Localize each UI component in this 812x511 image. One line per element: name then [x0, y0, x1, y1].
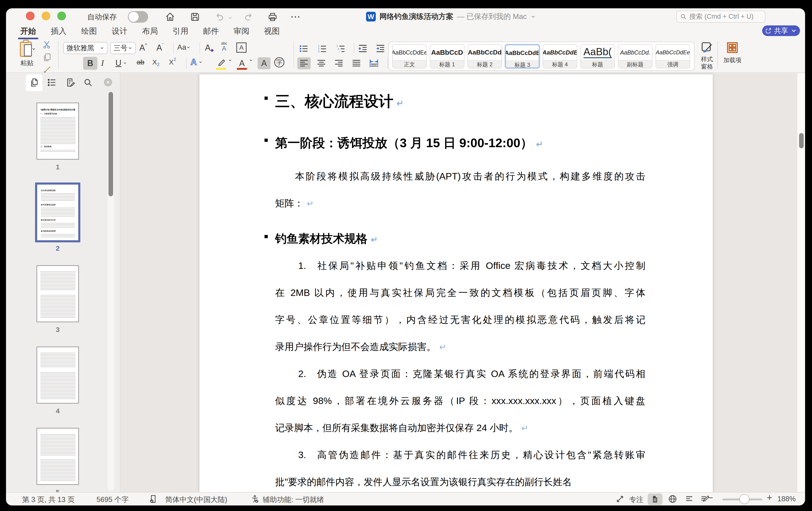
page-thumbnail-3[interactable]	[36, 265, 79, 322]
print-icon[interactable]	[267, 11, 278, 22]
tab-draw[interactable]: 绘图	[80, 25, 98, 37]
highlight-chevron[interactable]	[228, 58, 232, 62]
tab-review[interactable]: 审阅	[232, 25, 251, 37]
tab-layout[interactable]: 布局	[141, 25, 159, 37]
style-heading2[interactable]: AaBbCcDd 标题 2	[467, 44, 502, 69]
document-scrollbar[interactable]	[797, 74, 805, 492]
subscript-button[interactable]: X2	[152, 58, 160, 66]
page-thumbnail-1[interactable]: "渔网行动"网络安全钓鱼演练活动方案 一、方案背景与目标 二、组织架构	[36, 103, 79, 160]
more-toolbar-icon[interactable]: ⋯	[290, 10, 301, 22]
addins-button[interactable]: 加载项	[722, 41, 743, 64]
cut-icon[interactable]	[42, 40, 52, 49]
italic-button[interactable]: I	[101, 58, 104, 68]
zoom-window-button[interactable]	[57, 11, 66, 20]
align-right-icon[interactable]	[334, 58, 344, 69]
word-count[interactable]: 5695 个字	[96, 495, 129, 505]
home-icon[interactable]	[165, 11, 175, 22]
autosave-toggle[interactable]	[128, 11, 148, 23]
redo-icon[interactable]	[243, 11, 254, 22]
font-size-select[interactable]: 三号	[110, 42, 136, 54]
tab-view[interactable]: 视图	[263, 25, 281, 37]
tab-design[interactable]: 设计	[110, 25, 129, 37]
strikethrough-button[interactable]: ab	[137, 58, 144, 66]
print-layout-view-button[interactable]	[648, 493, 662, 505]
tab-insert[interactable]: 插入	[49, 25, 68, 37]
phonetic-guide-button[interactable]: abc A	[221, 42, 227, 52]
zoom-in-button[interactable]: +	[767, 492, 772, 503]
font-color-chevron[interactable]	[249, 58, 253, 62]
underline-button[interactable]: U	[115, 58, 127, 68]
outline-view-icon[interactable]	[685, 494, 694, 504]
proofing-status-icon[interactable]	[149, 494, 158, 504]
sidebar-scrollbar-thumb[interactable]	[109, 92, 113, 196]
expand-view-icon[interactable]	[615, 494, 625, 504]
multilevel-list-icon[interactable]: 1ai	[336, 44, 346, 54]
style-heading3-selected[interactable]: AaBbCcDdE 标题 3	[505, 44, 540, 69]
align-justify-icon[interactable]	[351, 58, 361, 69]
language-status[interactable]: 简体中文(中国大陆)	[165, 495, 227, 505]
accessibility-icon[interactable]	[250, 494, 259, 504]
undo-chevron-icon[interactable]	[228, 15, 233, 20]
enclose-characters-button[interactable]: 字	[274, 57, 284, 68]
shrink-font-button[interactable]: Aˇ	[156, 43, 164, 53]
increase-indent-icon[interactable]	[375, 44, 385, 54]
font-color-button[interactable]: A	[236, 57, 248, 70]
document-page[interactable]: 三、核心流程设计↵ 第一阶段：诱饵投放（3 月 15 日 9:00-12:00）…	[199, 74, 713, 493]
outline-list-icon[interactable]	[47, 78, 57, 87]
tab-references[interactable]: 引用	[171, 25, 190, 37]
style-subtitle[interactable]: AaBbCcDd. 副标题	[618, 44, 652, 69]
web-layout-icon[interactable]	[668, 494, 677, 504]
save-status[interactable]: — 已保存到我的 Mac	[457, 11, 527, 22]
zoom-slider-thumb[interactable]	[740, 494, 749, 504]
change-case-button[interactable]: Aa	[177, 43, 191, 52]
distributed-text-icon[interactable]	[369, 58, 379, 69]
style-normal[interactable]: AaBbCcDdEe 正文	[392, 44, 427, 69]
focus-mode-label[interactable]: 专注	[629, 495, 643, 505]
close-window-button[interactable]	[26, 11, 35, 20]
save-icon[interactable]	[190, 11, 200, 22]
clear-formatting-button[interactable]: A◆	[205, 43, 214, 53]
style-pane-button[interactable]: 样式窗格	[698, 41, 716, 70]
accessibility-status[interactable]: 辅助功能: 一切就绪	[263, 495, 324, 505]
superscript-button[interactable]: X2	[169, 58, 176, 66]
highlight-button[interactable]	[215, 57, 227, 70]
page-thumbnail-2-selected[interactable]: 主办单位职责说明 技术支撑单位说明 协办单位参与方式 参与机构名单管理	[36, 184, 79, 241]
character-shading-button[interactable]: A	[258, 57, 270, 69]
minimize-window-button[interactable]	[41, 11, 50, 20]
page-thumbnail-5[interactable]	[36, 428, 79, 485]
numbered-list-icon[interactable]: 123	[317, 44, 327, 54]
tab-mailings[interactable]: 邮件	[202, 25, 220, 37]
tab-home[interactable]: 开始	[19, 25, 37, 37]
grow-font-button[interactable]: A^	[139, 43, 147, 53]
style-heading4[interactable]: AaBbCcDdE 标题 4	[543, 44, 577, 69]
align-center-icon[interactable]	[316, 58, 326, 69]
copy-icon[interactable]	[42, 53, 52, 62]
paste-button[interactable]: 粘贴	[14, 40, 40, 68]
thumbnails-pages-icon[interactable]	[30, 78, 39, 87]
text-effects-button[interactable]: A	[191, 57, 203, 67]
style-heading1[interactable]: AaBbCcD 标题 1	[430, 44, 464, 69]
font-name-select[interactable]: 微软雅黑	[63, 42, 108, 54]
page-info[interactable]: 第 3 页, 共 13 页	[22, 495, 75, 505]
align-left-button[interactable]	[297, 57, 311, 69]
sidebar-search-icon[interactable]	[83, 78, 93, 87]
zoom-out-button[interactable]: −	[708, 492, 713, 503]
style-title[interactable]: AaBb( 标题	[580, 44, 615, 69]
document-scrollbar-thumb[interactable]	[799, 133, 804, 148]
bullet-list-icon[interactable]	[299, 44, 309, 54]
bold-button[interactable]: B	[83, 57, 97, 70]
sidebar-close-button[interactable]	[104, 78, 112, 86]
undo-icon[interactable]	[214, 11, 225, 22]
decrease-indent-icon[interactable]	[358, 44, 368, 54]
document-text[interactable]: 三、核心流程设计↵ 第一阶段：诱饵投放（3 月 15 日 9:00-12:00）…	[275, 90, 645, 495]
style-emphasis[interactable]: AaBbCcDdEe 强调	[656, 44, 690, 69]
page-thumbnail-4[interactable]	[36, 347, 79, 404]
character-border-button[interactable]: A	[236, 43, 246, 53]
search-input[interactable]: 搜索 (Cmd + Ctrl + U)	[676, 10, 765, 23]
sidebar-scrollbar[interactable]	[108, 92, 114, 491]
format-painter-icon[interactable]	[42, 65, 52, 74]
zoom-level[interactable]: 188%	[777, 495, 795, 503]
share-button[interactable]: 共享	[762, 25, 800, 36]
title-chevron-icon[interactable]	[530, 14, 536, 19]
review-pane-icon[interactable]	[65, 78, 75, 87]
